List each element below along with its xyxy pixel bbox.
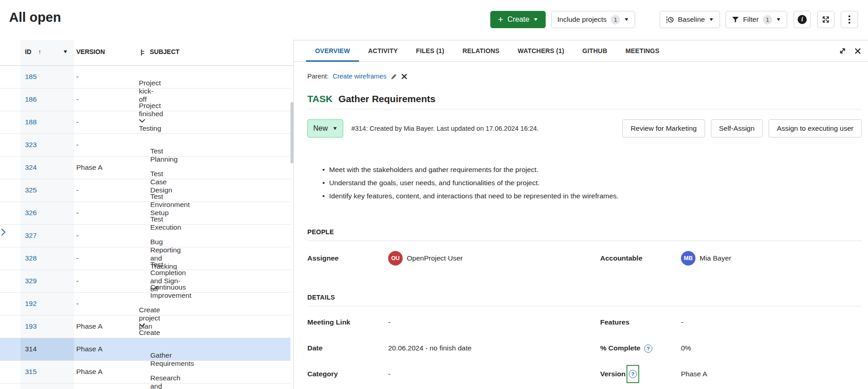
version-cell[interactable]: Phase A [76, 163, 103, 172]
subject-cell[interactable]: Create wireframes [139, 322, 145, 327]
subject-cell[interactable]: Bug Reporting and Tracking [139, 231, 145, 236]
include-projects-button[interactable]: Include projects 1 ▼ [551, 11, 635, 28]
work-package-id-link[interactable]: 326 [25, 209, 37, 217]
field-value[interactable]: - [388, 318, 390, 326]
table-scrollbar-thumb[interactable] [291, 102, 293, 163]
baseline-button[interactable]: Baseline ▼ [660, 11, 720, 28]
work-package-id-link[interactable]: 325 [25, 186, 37, 194]
accountable-avatar[interactable]: MB [681, 251, 695, 266]
collapse-chevron-icon[interactable] [139, 119, 145, 123]
work-package-id-link[interactable]: 328 [25, 254, 37, 262]
version-cell[interactable]: Phase A [76, 322, 103, 330]
subject-cell[interactable]: Continuous Improvement [139, 276, 145, 282]
version-cell[interactable]: - [76, 277, 79, 285]
detail-tab[interactable]: GITHUB [573, 40, 616, 61]
table-row[interactable]: 327 - Bug Reporting and Tracking [0, 225, 291, 247]
subject-cell[interactable]: Test Case Design [139, 163, 145, 168]
subject-cell[interactable]: Test Execution [139, 208, 145, 214]
table-row[interactable]: 324 Phase A Test Case Design [0, 157, 291, 179]
create-button[interactable]: + Create ▼ [490, 11, 546, 28]
expand-panel-icon[interactable] [839, 47, 846, 54]
workflow-action-button[interactable]: Review for Marketing [622, 119, 705, 138]
version-cell[interactable]: - [76, 231, 79, 240]
detail-tab[interactable]: ACTIVITY [359, 40, 407, 61]
close-panel-icon[interactable] [854, 48, 861, 54]
field-value[interactable]: - [388, 370, 390, 378]
version-cell[interactable]: - [76, 300, 79, 308]
work-package-id-link[interactable]: 327 [25, 231, 37, 240]
detail-tab[interactable]: OVERVIEW [306, 40, 359, 61]
field-value[interactable]: - [681, 318, 683, 326]
table-row[interactable]: 315 Phase A Research and Reference [0, 361, 291, 384]
subject-cell[interactable]: Testing [139, 118, 145, 123]
detail-tab[interactable]: WATCHERS (1) [508, 40, 573, 61]
subject-cell[interactable]: Research and Reference [139, 367, 145, 373]
work-package-title[interactable]: Gather Requirements [339, 94, 436, 104]
version-cell[interactable]: - [76, 95, 79, 103]
collapse-chevron-icon[interactable] [139, 323, 145, 327]
workflow-action-button[interactable]: Assign to executing user [769, 119, 862, 138]
parent-link[interactable]: Create wireframes [333, 73, 386, 80]
fullscreen-button[interactable] [817, 11, 834, 28]
work-package-id-link[interactable]: 323 [25, 141, 37, 149]
column-header-id[interactable]: ID [25, 48, 31, 55]
version-cell[interactable]: - [76, 141, 79, 149]
table-row[interactable]: 192 - Create project plan [0, 293, 291, 315]
table-row[interactable]: 328 - Test Completion and Sign-off [0, 247, 291, 270]
table-row[interactable]: 185 - Project kick-off [0, 66, 291, 89]
work-package-id-link[interactable]: 192 [25, 300, 37, 308]
work-package-id-link[interactable]: 315 [25, 368, 37, 376]
subject-cell[interactable]: Test Environment Setup [139, 186, 145, 191]
detail-tab[interactable]: RELATIONS [454, 40, 509, 61]
column-header-version[interactable]: VERSION [76, 48, 105, 55]
version-cell[interactable]: - [76, 186, 79, 194]
version-cell[interactable]: Phase A [76, 368, 103, 376]
remove-parent-icon[interactable] [401, 74, 407, 79]
work-package-id-link[interactable]: 185 [25, 73, 37, 81]
work-package-id-link[interactable]: 324 [25, 163, 37, 172]
version-cell[interactable]: - [76, 73, 79, 81]
table-row[interactable]: 329 - Continuous Improvement [0, 270, 291, 293]
work-package-id-link[interactable]: 193 [25, 322, 37, 330]
work-package-type[interactable]: TASK [307, 94, 333, 104]
subject-cell[interactable]: Test Planning [139, 140, 145, 146]
column-header-subject[interactable]: SUBJECT [150, 48, 179, 55]
detail-tab[interactable]: FILES (1) [407, 40, 453, 61]
subject-cell[interactable]: Project kick-off [139, 72, 145, 78]
version-cell[interactable]: Phase A [76, 345, 103, 353]
work-package-id-link[interactable]: 188 [25, 118, 37, 126]
work-package-id-link[interactable]: 329 [25, 277, 37, 285]
column-menu-icon[interactable]: ▼ [63, 49, 68, 54]
field-value[interactable]: 0% [681, 344, 691, 352]
subject-cell[interactable]: Project finished [139, 95, 145, 100]
detail-tab[interactable]: MEETINGS [616, 40, 669, 61]
table-row[interactable]: 188 - Testing [0, 111, 291, 134]
help-icon[interactable]: ? [629, 370, 637, 378]
table-row[interactable]: 314 Phase A Gather Requirements [0, 338, 291, 361]
table-row[interactable]: 326 - Test Execution [0, 202, 291, 225]
work-package-id-link[interactable]: 314 [25, 345, 37, 353]
info-button[interactable]: i [794, 11, 811, 28]
assignee-avatar[interactable]: OU [388, 251, 403, 266]
sort-ascending-icon[interactable]: ↑ [38, 48, 41, 55]
version-cell[interactable]: - [76, 118, 79, 126]
subject-cell[interactable]: Test Completion and Sign-off [139, 254, 145, 259]
field-value[interactable]: Phase A [681, 370, 707, 378]
version-cell[interactable]: - [76, 209, 79, 217]
table-row[interactable]: 323 - Test Planning [0, 134, 291, 157]
accountable-name[interactable]: Mia Bayer [700, 254, 731, 262]
table-row[interactable]: 193 Phase A Create wireframes [0, 315, 291, 338]
assignee-name[interactable]: OpenProject User [407, 254, 463, 262]
table-row[interactable]: 325 - Test Environment Setup [0, 179, 291, 202]
subject-cell[interactable]: Create project plan [139, 299, 145, 305]
workflow-action-button[interactable]: Self-Assign [711, 119, 763, 138]
field-value[interactable]: 20.06.2024 - no finish date [388, 344, 472, 352]
sidebar-expand-chevron-icon[interactable] [0, 228, 6, 236]
hierarchy-icon[interactable] [140, 49, 146, 57]
help-icon[interactable]: ? [644, 345, 652, 353]
table-row[interactable]: 186 - Project finished [0, 89, 291, 111]
version-cell[interactable]: - [76, 254, 79, 262]
more-menu-button[interactable] [841, 11, 858, 28]
edit-parent-pencil-icon[interactable] [390, 73, 397, 80]
work-package-id-link[interactable]: 186 [25, 95, 37, 103]
